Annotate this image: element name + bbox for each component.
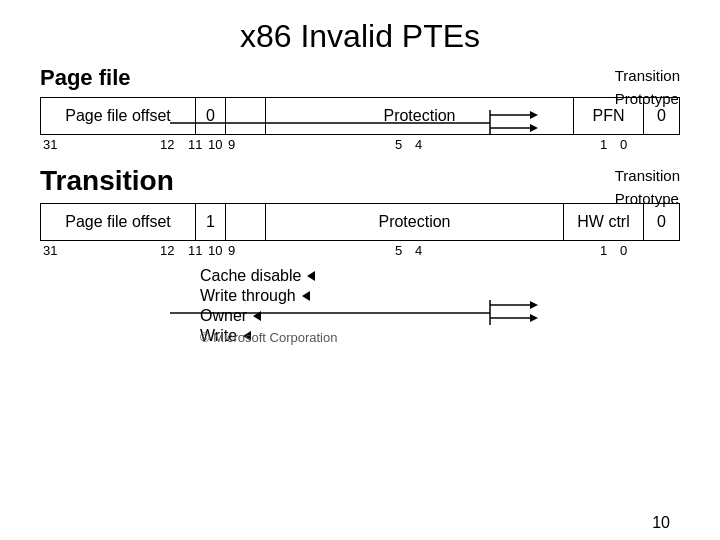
pf-bit0-cell: 0: [196, 98, 226, 134]
pf-prototype-label: Prototype: [615, 88, 680, 111]
page-number: 10: [652, 514, 670, 532]
tr-gap-cell: [226, 204, 266, 240]
owner-arrow: [253, 311, 261, 321]
page-file-label: Page file: [40, 65, 210, 91]
tr-bit-numbers: 31 12 11 10 9 5 4 1 0: [40, 243, 680, 261]
copyright-text: © Microsoft Corporation: [200, 330, 337, 345]
tr-transition-label: Transition: [615, 165, 680, 188]
pf-protection-cell: Protection: [266, 98, 574, 134]
write-through-label: Write through: [200, 287, 680, 305]
tr-protection-cell: Protection: [266, 204, 564, 240]
owner-label: Owner: [200, 307, 680, 325]
pf-bit-numbers: 31 12 11 10 9 5 4 1 0: [40, 137, 680, 155]
page-title: x86 Invalid PTEs: [0, 0, 720, 65]
tr-offset-cell: Page file offset: [41, 204, 196, 240]
pf-gap-cell: [226, 98, 266, 134]
tr-bit1-cell: 1: [196, 204, 226, 240]
cache-disable-arrow: [307, 271, 315, 281]
page-file-pte-row: Page file offset 0 Protection PFN 0: [40, 97, 680, 135]
transition-label: Transition: [40, 165, 210, 197]
transition-pte-row: Page file offset 1 Protection HW ctrl 0: [40, 203, 680, 241]
cache-disable-label: Cache disable: [200, 267, 680, 285]
pf-transition-label: Transition: [615, 65, 680, 88]
tr-prototype-label: Prototype: [615, 188, 680, 211]
pf-offset-cell: Page file offset: [41, 98, 196, 134]
write-through-arrow: [302, 291, 310, 301]
